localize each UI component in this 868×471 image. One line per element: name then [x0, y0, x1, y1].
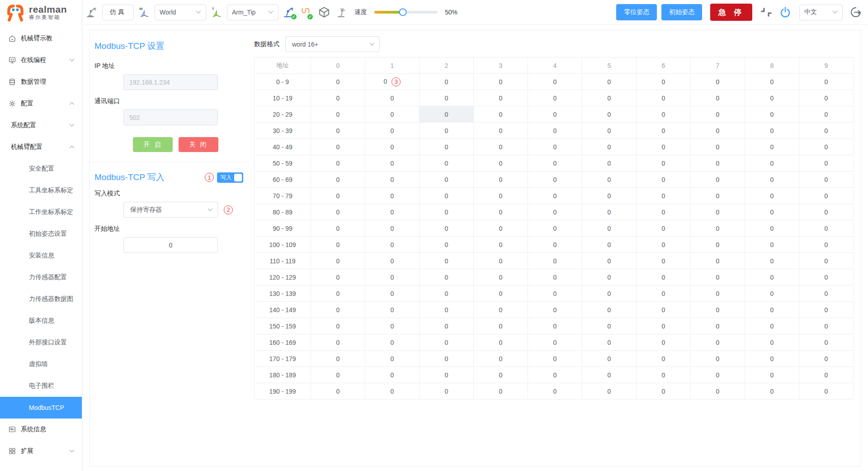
register-cell[interactable]: 0	[582, 302, 637, 318]
register-cell[interactable]: 0	[691, 237, 745, 253]
register-cell[interactable]: 0	[582, 285, 637, 302]
register-cell[interactable]: 0	[745, 74, 799, 90]
robot-connected-icon[interactable]: ✓	[283, 6, 295, 18]
arm-tip-select[interactable]: Arm_Tip	[227, 5, 278, 20]
register-cell[interactable]: 0	[474, 155, 528, 171]
register-cell[interactable]: 0	[745, 367, 799, 383]
register-cell[interactable]: 0	[528, 318, 582, 334]
register-cell[interactable]: 0	[637, 351, 691, 367]
register-cell[interactable]: 0	[474, 171, 528, 188]
register-cell[interactable]: 0	[420, 155, 474, 171]
register-cell[interactable]: 0	[311, 334, 365, 351]
register-cell[interactable]: 0	[799, 90, 854, 106]
register-cell[interactable]: 0	[365, 220, 420, 237]
register-cell[interactable]: 0	[365, 285, 420, 302]
logout-icon[interactable]	[850, 6, 862, 18]
register-cell[interactable]: 0	[311, 269, 365, 285]
sidebar-item-work-frame-calibration[interactable]: 工作坐标系标定	[0, 201, 82, 223]
register-cell[interactable]: 0	[311, 383, 365, 400]
register-cell[interactable]: 0	[474, 123, 528, 139]
register-cell[interactable]: 0	[528, 106, 582, 123]
register-cell[interactable]: 0	[311, 302, 365, 318]
register-cell[interactable]: 0	[365, 383, 420, 400]
register-cell[interactable]: 0	[365, 351, 420, 367]
register-cell[interactable]: 0	[637, 90, 691, 106]
register-cell[interactable]: 0	[637, 106, 691, 123]
register-cell[interactable]: 0	[582, 318, 637, 334]
register-cell[interactable]: 0	[582, 106, 637, 123]
register-cell[interactable]: 0	[691, 74, 745, 90]
register-cell[interactable]: 0	[365, 269, 420, 285]
data-format-select[interactable]: word 16+	[285, 36, 380, 52]
register-cell[interactable]: 0	[637, 220, 691, 237]
register-cell[interactable]: 0	[365, 204, 420, 220]
register-cell[interactable]: 0	[691, 334, 745, 351]
register-cell[interactable]: 0	[420, 285, 474, 302]
register-cell[interactable]: 0	[745, 253, 799, 269]
register-cell[interactable]: 0	[799, 253, 854, 269]
register-cell[interactable]: 0	[582, 269, 637, 285]
register-cell[interactable]: 0	[311, 204, 365, 220]
sidebar-item-initial-pose-setting[interactable]: 初始姿态设置	[0, 223, 82, 245]
register-cell[interactable]: 0	[365, 90, 420, 106]
register-cell[interactable]: 0	[582, 188, 637, 204]
register-cell[interactable]: 0	[528, 155, 582, 171]
register-cell[interactable]: 0	[311, 220, 365, 237]
register-cell[interactable]: 0	[637, 318, 691, 334]
register-cell[interactable]: 0	[745, 334, 799, 351]
register-cell[interactable]: 0	[311, 318, 365, 334]
register-cell[interactable]: 0	[691, 123, 745, 139]
register-cell[interactable]: 0	[582, 171, 637, 188]
register-cell[interactable]: 0	[311, 367, 365, 383]
sidebar-item-arm-config[interactable]: 机械臂配置	[0, 136, 82, 158]
register-cell[interactable]: 0	[474, 383, 528, 400]
speed-slider-handle[interactable]	[399, 9, 407, 16]
register-cell[interactable]: 0	[528, 351, 582, 367]
register-cell[interactable]: 0	[582, 220, 637, 237]
register-cell[interactable]: 0	[799, 269, 854, 285]
register-cell[interactable]: 0	[365, 106, 420, 123]
register-cell[interactable]: 0	[528, 139, 582, 155]
register-cell[interactable]: 0	[365, 367, 420, 383]
register-cell[interactable]: 0	[528, 74, 582, 90]
register-cell[interactable]: 0	[582, 204, 637, 220]
register-cell[interactable]: 0	[691, 318, 745, 334]
register-cell[interactable]: 0	[474, 188, 528, 204]
register-cell[interactable]: 0	[582, 367, 637, 383]
register-cell[interactable]: 0	[691, 204, 745, 220]
register-cell[interactable]: 0	[745, 269, 799, 285]
register-cell[interactable]: 0	[799, 285, 854, 302]
register-cell[interactable]: 0	[311, 139, 365, 155]
register-cell[interactable]: 0	[474, 139, 528, 155]
register-cell[interactable]: 0	[691, 367, 745, 383]
register-cell[interactable]: 0	[365, 302, 420, 318]
register-cell[interactable]: 0	[745, 318, 799, 334]
register-cell[interactable]: 0	[420, 351, 474, 367]
sidebar-item-online-programming[interactable]: 在线编程	[0, 49, 82, 71]
register-cell[interactable]: 0	[799, 351, 854, 367]
register-cell[interactable]: 0	[474, 351, 528, 367]
register-cell[interactable]: 0	[474, 90, 528, 106]
register-cell[interactable]: 0	[420, 237, 474, 253]
simulation-button[interactable]: 仿真	[102, 5, 134, 20]
register-cell[interactable]: 0	[474, 367, 528, 383]
register-cell[interactable]: 0	[745, 188, 799, 204]
register-cell[interactable]: 0	[582, 351, 637, 367]
register-cell[interactable]: 0	[365, 334, 420, 351]
register-cell[interactable]: 0	[745, 155, 799, 171]
zero-pose-button[interactable]: 零位姿态	[616, 4, 657, 20]
register-cell[interactable]: 0	[637, 334, 691, 351]
register-cell[interactable]: 0	[474, 204, 528, 220]
register-cell[interactable]: 0	[582, 383, 637, 400]
register-cell[interactable]: 0	[474, 74, 528, 90]
register-cell[interactable]: 0	[365, 318, 420, 334]
register-cell[interactable]: 0	[528, 285, 582, 302]
register-cell[interactable]: 0	[311, 74, 365, 90]
register-cell[interactable]: 03	[365, 74, 420, 90]
register-cell[interactable]: 0	[637, 285, 691, 302]
register-cell[interactable]: 0	[637, 139, 691, 155]
sidebar-item-modbustcp[interactable]: ModbusTCP	[0, 397, 82, 419]
cube-icon[interactable]	[318, 6, 330, 18]
start-address-input[interactable]	[123, 237, 218, 253]
register-cell[interactable]: 0	[365, 123, 420, 139]
